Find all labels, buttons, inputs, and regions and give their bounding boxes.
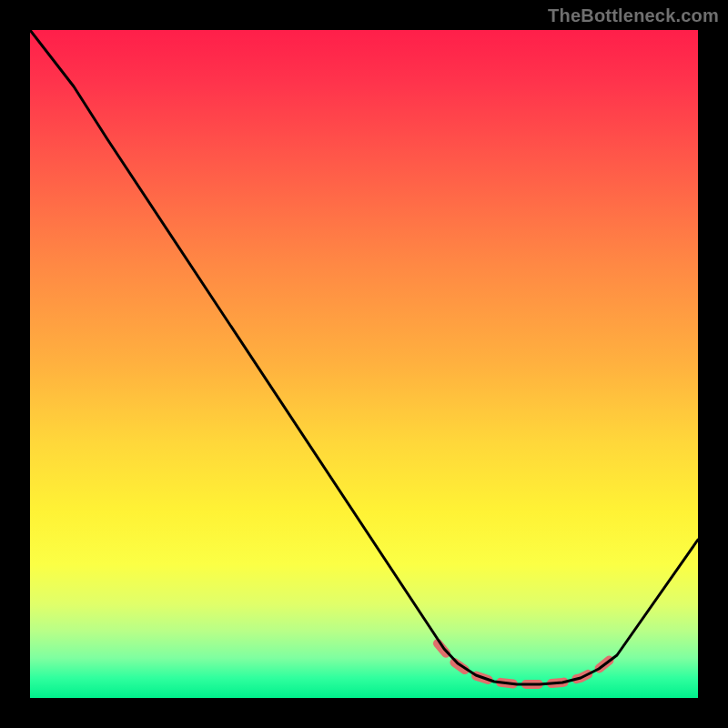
optimal-range-marker <box>438 643 614 684</box>
curve-layer <box>30 30 698 698</box>
chart-frame: TheBottleneck.com <box>0 0 728 728</box>
plot-area <box>30 30 698 698</box>
watermark-text: TheBottleneck.com <box>548 5 719 26</box>
bottleneck-curve <box>30 30 698 684</box>
